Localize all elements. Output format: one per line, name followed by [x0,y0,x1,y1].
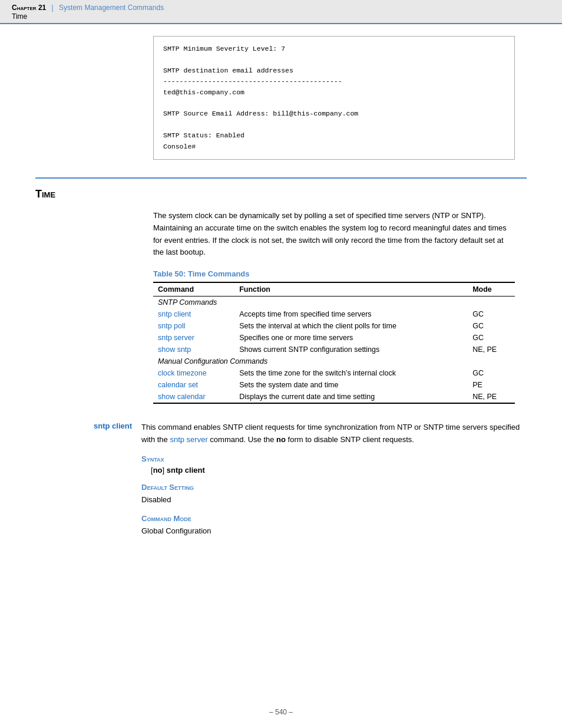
col-command: Command [153,282,234,297]
function-cell: Sets the interval at which the client po… [234,320,468,332]
section-divider [35,177,527,179]
time-section-heading: Time [35,188,527,200]
default-setting-block: Default Setting Disabled [141,483,527,506]
table-row: show calendarDisplays the current date a… [153,391,515,403]
command-link[interactable]: clock timezone [158,369,207,377]
sntp-client-description: This command enables SNTP client request… [141,421,527,446]
table-row: calendar setSets the system date and tim… [153,379,515,391]
syntax-heading: Syntax [141,454,527,463]
table-row: sntp clientAccepts time from specified t… [153,308,515,320]
page-number: – 540 – [269,708,293,716]
code-block: SMTP Minimum Severity Level: 7 SMTP dest… [153,36,515,160]
table-header-row: Command Function Mode [153,282,515,297]
function-cell: Sets the system date and time [234,379,468,391]
syntax-content: [no] sntp client [151,466,527,475]
sntp-client-detail: This command enables SNTP client request… [141,421,527,546]
command-mode-value: Global Configuration [141,525,527,538]
table-row: show sntpShows current SNTP configuratio… [153,344,515,355]
command-link[interactable]: calendar set [158,381,198,389]
header-sub-line: Time [12,12,550,21]
command-link[interactable]: show sntp [158,345,191,354]
table-row: sntp pollSets the interval at which the … [153,320,515,332]
function-cell: Displays the current date and time setti… [234,391,468,403]
chapter-label: Chapter 21 [12,4,46,12]
command-mode-block: Command Mode Global Configuration [141,514,527,538]
sntp-client-label[interactable]: sntp client [35,421,141,546]
function-cell: Sets the time zone for the switch’s inte… [234,367,468,379]
mode-cell: GC [468,332,515,344]
header-separator: | [52,4,54,12]
table-row: clock timezoneSets the time zone for the… [153,367,515,379]
mode-cell: NE, PE [468,344,515,355]
chapter-title-text: System Management Commands [59,4,164,12]
mode-cell: GC [468,320,515,332]
col-mode: Mode [468,282,515,297]
sntp-server-link[interactable]: sntp server [170,435,207,444]
time-description: The system clock can be dynamically set … [153,210,515,259]
command-link[interactable]: show calendar [158,393,206,401]
function-cell: Shows current SNTP configuration setting… [234,344,468,355]
chapter-line: Chapter 21 | System Management Commands [12,4,550,12]
table-row: sntp serverSpecifies one or more time se… [153,332,515,344]
default-value: Disabled [141,494,527,506]
command-link[interactable]: sntp poll [158,322,186,330]
default-heading: Default Setting [141,483,527,492]
page-footer: – 540 – [0,708,562,716]
mode-cell: GC [468,308,515,320]
table-title: Table 50: Time Commands [153,269,515,278]
mode-cell: NE, PE [468,391,515,403]
main-content: SMTP Minimum Severity Level: 7 SMTP dest… [0,24,562,558]
command-mode-heading: Command Mode [141,514,527,523]
table-category-row: Manual Configuration Commands [153,355,515,367]
col-function: Function [234,282,468,297]
mode-cell: PE [468,379,515,391]
sntp-client-section: sntp client This command enables SNTP cl… [35,421,527,546]
command-link[interactable]: sntp server [158,334,194,342]
mode-cell: GC [468,367,515,379]
time-commands-table: Command Function Mode SNTP Commandssntp … [153,282,515,404]
command-link[interactable]: sntp client [158,310,191,318]
page-header: Chapter 21 | System Management Commands … [0,0,562,24]
function-cell: Accepts time from specified time servers [234,308,468,320]
function-cell: Specifies one or more time servers [234,332,468,344]
time-section-body: The system clock can be dynamically set … [153,210,515,404]
syntax-block: Syntax [no] sntp client [141,454,527,475]
table-category-row: SNTP Commands [153,297,515,309]
